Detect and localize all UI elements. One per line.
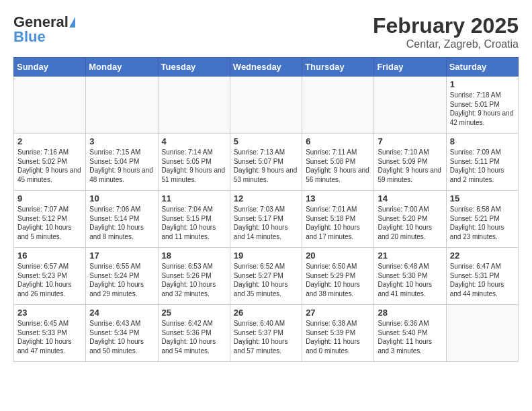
day-info: Sunrise: 7:18 AM Sunset: 5:01 PM Dayligh… xyxy=(450,91,514,126)
day-number: 21 xyxy=(378,250,442,261)
day-info: Sunrise: 6:47 AM Sunset: 5:31 PM Dayligh… xyxy=(450,263,504,298)
day-number: 7 xyxy=(378,136,442,146)
day-info: Sunrise: 6:43 AM Sunset: 5:34 PM Dayligh… xyxy=(89,320,144,355)
calendar-cell: 4Sunrise: 7:14 AM Sunset: 5:05 PM Daylig… xyxy=(158,134,230,191)
day-info: Sunrise: 7:04 AM Sunset: 5:15 PM Dayligh… xyxy=(162,205,216,240)
day-info: Sunrise: 6:42 AM Sunset: 5:36 PM Dayligh… xyxy=(162,320,216,355)
title-block: February 2025 Centar, Zagreb, Croatia xyxy=(373,13,519,50)
day-info: Sunrise: 6:50 AM Sunset: 5:29 PM Dayligh… xyxy=(306,263,360,298)
calendar-cell: 5Sunrise: 7:13 AM Sunset: 5:07 PM Daylig… xyxy=(230,134,302,191)
calendar-cell: 19Sunrise: 6:52 AM Sunset: 5:27 PM Dayli… xyxy=(230,248,302,305)
day-number: 18 xyxy=(162,250,226,261)
day-info: Sunrise: 7:14 AM Sunset: 5:05 PM Dayligh… xyxy=(162,148,226,183)
day-info: Sunrise: 7:13 AM Sunset: 5:07 PM Dayligh… xyxy=(234,148,298,183)
day-number: 16 xyxy=(17,250,82,261)
calendar-cell: 11Sunrise: 7:04 AM Sunset: 5:15 PM Dayli… xyxy=(158,191,230,248)
weekday-header: Wednesday xyxy=(230,58,302,77)
calendar-cell: 17Sunrise: 6:55 AM Sunset: 5:24 PM Dayli… xyxy=(86,248,158,305)
calendar-cell: 12Sunrise: 7:03 AM Sunset: 5:17 PM Dayli… xyxy=(230,191,302,248)
day-number: 6 xyxy=(306,136,370,146)
calendar-cell: 26Sunrise: 6:40 AM Sunset: 5:37 PM Dayli… xyxy=(230,305,302,362)
day-number: 26 xyxy=(234,308,298,318)
calendar-cell xyxy=(302,77,374,134)
day-number: 15 xyxy=(450,193,515,203)
calendar-cell: 2Sunrise: 7:16 AM Sunset: 5:02 PM Daylig… xyxy=(14,134,86,191)
logo: General Blue xyxy=(13,13,75,46)
calendar-cell: 24Sunrise: 6:43 AM Sunset: 5:34 PM Dayli… xyxy=(86,305,158,362)
calendar-cell xyxy=(230,77,302,134)
calendar-cell: 13Sunrise: 7:01 AM Sunset: 5:18 PM Dayli… xyxy=(302,191,374,248)
day-number: 28 xyxy=(378,308,442,318)
calendar-cell: 6Sunrise: 7:11 AM Sunset: 5:08 PM Daylig… xyxy=(302,134,374,191)
day-info: Sunrise: 7:15 AM Sunset: 5:04 PM Dayligh… xyxy=(89,148,153,183)
calendar-cell: 14Sunrise: 7:00 AM Sunset: 5:20 PM Dayli… xyxy=(374,191,446,248)
day-number: 14 xyxy=(378,193,442,203)
day-info: Sunrise: 7:00 AM Sunset: 5:20 PM Dayligh… xyxy=(378,205,432,240)
calendar-cell: 23Sunrise: 6:45 AM Sunset: 5:33 PM Dayli… xyxy=(14,305,86,362)
calendar-cell: 3Sunrise: 7:15 AM Sunset: 5:04 PM Daylig… xyxy=(86,134,158,191)
day-number: 10 xyxy=(89,193,154,203)
day-number: 12 xyxy=(234,193,298,203)
weekday-header: Saturday xyxy=(446,58,518,77)
page-header: General Blue February 2025 Centar, Zagre… xyxy=(13,13,519,50)
day-info: Sunrise: 6:38 AM Sunset: 5:39 PM Dayligh… xyxy=(306,320,360,355)
calendar-cell: 9Sunrise: 7:07 AM Sunset: 5:12 PM Daylig… xyxy=(14,191,86,248)
day-info: Sunrise: 6:55 AM Sunset: 5:24 PM Dayligh… xyxy=(89,263,144,298)
calendar-cell: 1Sunrise: 7:18 AM Sunset: 5:01 PM Daylig… xyxy=(446,77,518,134)
calendar-cell: 21Sunrise: 6:48 AM Sunset: 5:30 PM Dayli… xyxy=(374,248,446,305)
calendar-cell: 7Sunrise: 7:10 AM Sunset: 5:09 PM Daylig… xyxy=(374,134,446,191)
day-number: 13 xyxy=(306,193,370,203)
day-info: Sunrise: 6:53 AM Sunset: 5:26 PM Dayligh… xyxy=(162,263,216,298)
calendar-table: SundayMondayTuesdayWednesdayThursdayFrid… xyxy=(13,57,519,362)
day-info: Sunrise: 7:07 AM Sunset: 5:12 PM Dayligh… xyxy=(17,205,72,240)
calendar-cell: 25Sunrise: 6:42 AM Sunset: 5:36 PM Dayli… xyxy=(158,305,230,362)
calendar-cell xyxy=(158,77,230,134)
day-number: 1 xyxy=(450,79,515,89)
weekday-header: Tuesday xyxy=(158,58,230,77)
day-number: 20 xyxy=(306,250,370,261)
weekday-header: Monday xyxy=(86,58,158,77)
day-info: Sunrise: 7:10 AM Sunset: 5:09 PM Dayligh… xyxy=(378,148,441,183)
day-info: Sunrise: 6:57 AM Sunset: 5:23 PM Dayligh… xyxy=(17,263,72,298)
day-number: 27 xyxy=(306,308,370,318)
day-info: Sunrise: 6:52 AM Sunset: 5:27 PM Dayligh… xyxy=(234,263,288,298)
day-number: 17 xyxy=(89,250,154,261)
day-info: Sunrise: 7:09 AM Sunset: 5:11 PM Dayligh… xyxy=(450,148,504,183)
calendar-cell: 10Sunrise: 7:06 AM Sunset: 5:14 PM Dayli… xyxy=(86,191,158,248)
day-info: Sunrise: 7:03 AM Sunset: 5:17 PM Dayligh… xyxy=(234,205,288,240)
calendar-cell xyxy=(14,77,86,134)
day-info: Sunrise: 6:58 AM Sunset: 5:21 PM Dayligh… xyxy=(450,205,504,240)
day-number: 3 xyxy=(89,136,154,146)
calendar-cell xyxy=(86,77,158,134)
day-number: 11 xyxy=(162,193,226,203)
day-number: 22 xyxy=(450,250,515,261)
day-info: Sunrise: 7:01 AM Sunset: 5:18 PM Dayligh… xyxy=(306,205,360,240)
day-info: Sunrise: 6:48 AM Sunset: 5:30 PM Dayligh… xyxy=(378,263,432,298)
calendar-cell: 27Sunrise: 6:38 AM Sunset: 5:39 PM Dayli… xyxy=(302,305,374,362)
calendar-cell xyxy=(446,305,518,362)
calendar-cell: 18Sunrise: 6:53 AM Sunset: 5:26 PM Dayli… xyxy=(158,248,230,305)
calendar-cell: 15Sunrise: 6:58 AM Sunset: 5:21 PM Dayli… xyxy=(446,191,518,248)
day-info: Sunrise: 6:36 AM Sunset: 5:40 PM Dayligh… xyxy=(378,320,432,355)
day-info: Sunrise: 7:11 AM Sunset: 5:08 PM Dayligh… xyxy=(306,148,369,183)
day-number: 25 xyxy=(162,308,226,318)
day-number: 24 xyxy=(89,308,154,318)
day-info: Sunrise: 6:45 AM Sunset: 5:33 PM Dayligh… xyxy=(17,320,72,355)
logo-triangle-icon xyxy=(69,17,75,28)
logo-blue: Blue xyxy=(13,28,46,46)
day-number: 19 xyxy=(234,250,298,261)
calendar-cell: 16Sunrise: 6:57 AM Sunset: 5:23 PM Dayli… xyxy=(14,248,86,305)
day-number: 9 xyxy=(17,193,82,203)
day-info: Sunrise: 6:40 AM Sunset: 5:37 PM Dayligh… xyxy=(234,320,288,355)
day-number: 2 xyxy=(17,136,82,146)
calendar-cell: 22Sunrise: 6:47 AM Sunset: 5:31 PM Dayli… xyxy=(446,248,518,305)
calendar-cell xyxy=(374,77,446,134)
weekday-header: Friday xyxy=(374,58,446,77)
day-number: 4 xyxy=(162,136,226,146)
day-info: Sunrise: 7:06 AM Sunset: 5:14 PM Dayligh… xyxy=(89,205,144,240)
location-title: Centar, Zagreb, Croatia xyxy=(373,38,519,50)
calendar-cell: 20Sunrise: 6:50 AM Sunset: 5:29 PM Dayli… xyxy=(302,248,374,305)
month-title: February 2025 xyxy=(373,13,519,38)
day-number: 8 xyxy=(450,136,515,146)
day-number: 5 xyxy=(234,136,298,146)
